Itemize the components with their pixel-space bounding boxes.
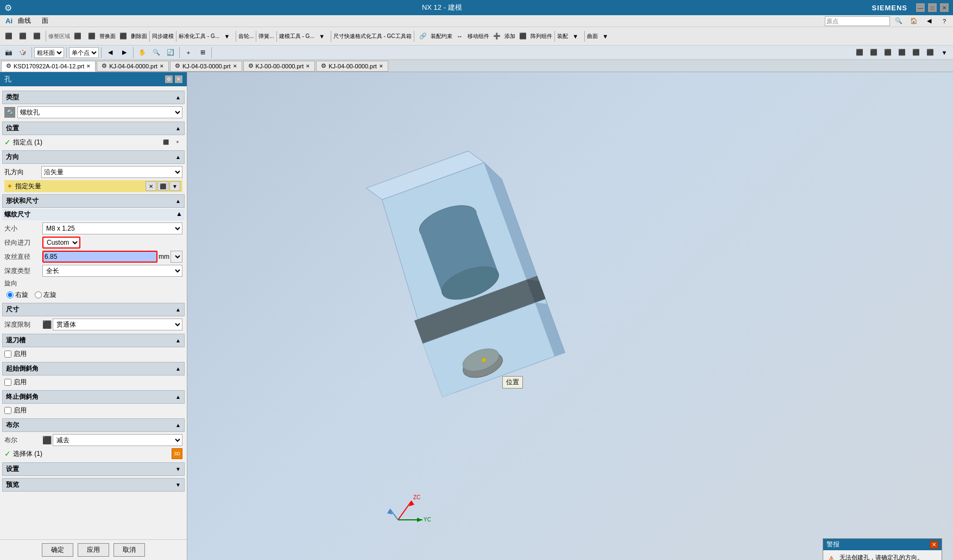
- cancel-button[interactable]: 取消: [113, 543, 145, 557]
- search-input[interactable]: [825, 16, 890, 26]
- dialog-settings-btn[interactable]: ⚙: [165, 75, 173, 83]
- radial-pitch-select[interactable]: Custom 标准: [42, 237, 80, 249]
- tap-diameter-input[interactable]: [42, 251, 157, 263]
- thread-chevron: ▲: [176, 210, 182, 218]
- zoom-btn[interactable]: 🔍: [150, 46, 163, 59]
- view-icon-2[interactable]: 🎲: [16, 46, 29, 59]
- menu-curve[interactable]: 曲线: [16, 16, 33, 26]
- vector-star-icon: ✦: [7, 182, 13, 190]
- dialog-title-label: 孔: [4, 74, 11, 84]
- 3d-viewport[interactable]: 位置 ZC YC: [187, 72, 953, 560]
- start-chamfer-checkbox[interactable]: [4, 379, 11, 386]
- tab-1[interactable]: ⚙ KJ-04-04-0000.prt ✕: [97, 61, 169, 72]
- std-drop[interactable]: ▼: [220, 30, 233, 43]
- dialog-title-bar: 孔 ⚙ ✕: [0, 72, 187, 86]
- boolean-select[interactable]: 减去: [53, 434, 182, 446]
- toolbar-array-label: 阵列组件: [531, 33, 552, 40]
- section-undercut[interactable]: 退刀槽 ▲: [2, 334, 185, 347]
- unit-select[interactable]: ▼: [171, 251, 182, 263]
- pan-btn[interactable]: ✋: [136, 46, 149, 59]
- grid-btn[interactable]: ⊞: [196, 46, 209, 59]
- left-radio[interactable]: 左旋: [35, 290, 56, 300]
- view-btn-1[interactable]: ◀: [104, 46, 117, 59]
- section-dimensions[interactable]: 尺寸 ▲: [2, 303, 185, 316]
- array-btn[interactable]: ⬛: [516, 30, 529, 43]
- toolbar-dim-label: 尺寸快速格式化工具 - GC工具箱: [333, 33, 412, 40]
- toolbar-spring: 弹簧...: [258, 33, 274, 40]
- vector-x-btn[interactable]: ✕: [146, 181, 156, 191]
- right-view-6[interactable]: ⬛: [924, 46, 937, 59]
- tab-3[interactable]: ⚙ KJ-00-00-0000.prt ✕: [243, 61, 315, 72]
- assembly-drop[interactable]: ▼: [569, 30, 582, 43]
- dialog-close-btn[interactable]: ✕: [175, 75, 182, 83]
- add-btn[interactable]: ➕: [490, 30, 503, 43]
- home-button[interactable]: 🏠: [907, 15, 920, 28]
- depth-limit-select[interactable]: 贯通体: [53, 319, 182, 330]
- view-style-select[interactable]: 单个点: [69, 47, 99, 58]
- minimize-button[interactable]: —: [916, 3, 925, 12]
- section-boolean[interactable]: 布尔 ▲: [2, 418, 185, 432]
- window-title: NX 12 - 建模: [12, 3, 872, 12]
- chevron-shape: ▲: [175, 198, 181, 204]
- position-settings-btn[interactable]: ⬛: [161, 137, 171, 147]
- tab-4[interactable]: ⚙ KJ-04-00-0000.prt ✕: [316, 61, 388, 72]
- maximize-button[interactable]: □: [928, 3, 937, 12]
- boolean-row: 布尔 ⬛ 减去: [2, 433, 185, 447]
- section-end-chamfer[interactable]: 终止倒斜角 ▲: [2, 390, 185, 404]
- right-view-4[interactable]: ⬛: [895, 46, 908, 59]
- depth-type-select[interactable]: 全长: [42, 265, 182, 277]
- face-select[interactable]: 粗坯面: [34, 47, 64, 58]
- section-type[interactable]: 类型 ▲: [2, 91, 185, 104]
- tab-close-3[interactable]: ✕: [306, 63, 310, 69]
- right-view-2[interactable]: ⬛: [867, 46, 880, 59]
- ok-button[interactable]: 确定: [42, 543, 73, 557]
- view-icon-1[interactable]: 📷: [2, 46, 15, 59]
- tab-close-2[interactable]: ✕: [233, 63, 237, 69]
- section-start-chamfer[interactable]: 起始倒斜角 ▲: [2, 362, 185, 376]
- section-shape[interactable]: 形状和尺寸 ▲: [2, 194, 185, 208]
- trim-btn[interactable]: ⬛: [71, 30, 84, 43]
- rotate-btn[interactable]: 🔄: [164, 46, 177, 59]
- delete-face-btn[interactable]: ⬛: [117, 30, 130, 43]
- replace-face-btn[interactable]: ⬛: [85, 30, 98, 43]
- snap-btn[interactable]: +: [182, 46, 195, 59]
- surface-drop[interactable]: ▼: [599, 30, 612, 43]
- tab-0[interactable]: ⚙ KSD170922A-01-04-12.prt ✕: [1, 61, 96, 72]
- position-add-btn[interactable]: +: [173, 137, 182, 147]
- type-select[interactable]: 螺纹孔: [17, 106, 182, 118]
- back-button[interactable]: ◀: [923, 15, 936, 28]
- tb-icon-2[interactable]: ⬛: [16, 30, 29, 43]
- move-component-btn[interactable]: ↔: [453, 30, 466, 43]
- section-settings[interactable]: 设置 ▼: [2, 462, 185, 476]
- vector-drop-btn[interactable]: ▼: [169, 181, 180, 191]
- right-view-7[interactable]: ▼: [938, 46, 951, 59]
- model-g-drop[interactable]: ▼: [315, 30, 329, 43]
- close-button[interactable]: ✕: [940, 3, 949, 12]
- vector-set-btn[interactable]: ⬛: [157, 181, 168, 191]
- assembly-constraint-btn[interactable]: 🔗: [416, 30, 430, 43]
- svg-marker-17: [417, 518, 422, 522]
- size-select[interactable]: M8 x 1.25: [42, 222, 182, 234]
- tab-close-0[interactable]: ✕: [86, 63, 91, 69]
- hole-direction-select[interactable]: 沿矢量: [41, 166, 182, 178]
- right-view-3[interactable]: ⬛: [881, 46, 894, 59]
- right-radio[interactable]: 右旋: [7, 290, 28, 300]
- apply-button[interactable]: 应用: [78, 543, 109, 557]
- section-preview[interactable]: 预览 ▼: [2, 478, 185, 492]
- end-chamfer-checkbox[interactable]: [4, 407, 11, 414]
- search-button[interactable]: 🔍: [892, 15, 905, 28]
- section-direction[interactable]: 方向 ▲: [2, 150, 185, 164]
- tb-icon-3[interactable]: ⬛: [30, 30, 43, 43]
- tb-icon-1[interactable]: ⬛: [2, 30, 15, 43]
- section-position[interactable]: 位置 ▲: [2, 122, 185, 135]
- tab-close-4[interactable]: ✕: [379, 63, 383, 69]
- view-btn-2[interactable]: ▶: [118, 46, 131, 59]
- undercut-checkbox[interactable]: [4, 351, 11, 358]
- menu-surface[interactable]: 面: [40, 16, 51, 26]
- right-view-1[interactable]: ⬛: [853, 46, 866, 59]
- right-view-5[interactable]: ⬛: [910, 46, 923, 59]
- tab-close-1[interactable]: ✕: [160, 63, 164, 69]
- alert-close-btn[interactable]: ✕: [930, 541, 938, 549]
- help-button[interactable]: ?: [938, 15, 951, 28]
- tab-2[interactable]: ⚙ KJ-04-03-0000.prt ✕: [170, 61, 242, 72]
